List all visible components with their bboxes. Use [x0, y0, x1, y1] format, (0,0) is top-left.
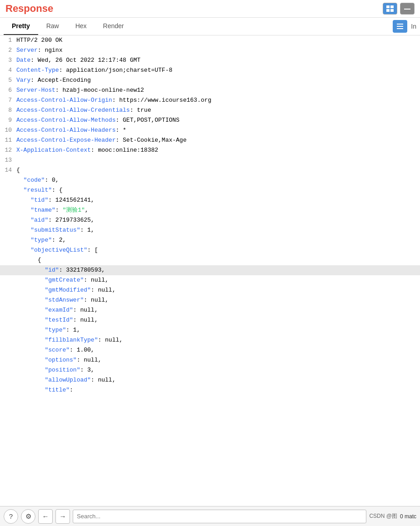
forward-button[interactable]: →	[55, 509, 70, 524]
code-line: 13	[0, 155, 420, 165]
line-content: "fillblankType": null,	[16, 335, 420, 345]
line-number: 5	[0, 75, 16, 85]
line-content: "id": 3321780593,	[16, 265, 420, 275]
code-line: "objectiveQList": [	[0, 245, 420, 255]
bottom-info: CSDN @图	[369, 512, 397, 520]
code-line: 12X-Application-Context: mooc:online:183…	[0, 145, 420, 155]
code-line: "stdAnswer": null,	[0, 295, 420, 305]
code-line: "gmtCreate": null,	[0, 275, 420, 285]
svg-rect-1	[390, 5, 394, 8]
line-content: HTTP/2 200 OK	[16, 35, 420, 45]
svg-rect-0	[386, 5, 390, 8]
tabs-bar: Pretty Raw Hex Render In	[0, 18, 420, 35]
code-line: "score": 1.00,	[0, 345, 420, 355]
line-content: "examId": null,	[16, 305, 420, 315]
line-number: 12	[0, 145, 16, 155]
line-number: 13	[0, 155, 16, 165]
bottom-toolbar: ? ⚙ ← → CSDN @图 0 matc	[0, 506, 420, 526]
format-icon-btn[interactable]	[393, 20, 407, 33]
settings-button[interactable]: ⚙	[21, 509, 35, 524]
line-content: Access-Control-Expose-Header: Set-Cookie…	[16, 135, 420, 145]
line-content: "objectiveQList": [	[16, 245, 420, 255]
line-content: "aid": 2719733625,	[16, 215, 420, 225]
code-line: "submitStatus": 1,	[0, 225, 420, 235]
line-content: "allowUpload": null,	[16, 375, 420, 385]
line-content: "type": 2,	[16, 235, 420, 245]
settings-icon: ⚙	[25, 512, 31, 521]
line-content: "tid": 1241562141,	[16, 195, 420, 205]
code-line: 3Date: Wed, 26 Oct 2022 12:17:48 GMT	[0, 55, 420, 65]
tab-render[interactable]: Render	[95, 18, 132, 35]
top-buttons	[383, 3, 415, 15]
line-number: 7	[0, 95, 16, 105]
code-line: 7Access-Control-Allow-Origin: https://ww…	[0, 95, 420, 105]
code-line: "type": 1,	[0, 325, 420, 335]
help-icon: ?	[9, 512, 13, 520]
code-line: "type": 2,	[0, 235, 420, 245]
code-line: "tid": 1241562141,	[0, 195, 420, 205]
code-line: "aid": 2719733625,	[0, 215, 420, 225]
top-bar: Response	[0, 0, 420, 18]
code-line: "allowUpload": null,	[0, 375, 420, 385]
svg-rect-2	[386, 9, 390, 12]
line-content: Access-Control-Allow-Headers: *	[16, 125, 420, 135]
line-number: 6	[0, 85, 16, 95]
svg-rect-6	[397, 26, 403, 27]
line-number: 3	[0, 55, 16, 65]
line-content: "position": 3,	[16, 365, 420, 375]
code-line: 6Server-Host: hzabj-mooc-online-new12	[0, 85, 420, 95]
code-line: "title":	[0, 385, 420, 395]
line-content: "testId": null,	[16, 315, 420, 325]
line-content: X-Application-Context: mooc:online:18382	[16, 145, 420, 155]
code-line: 9Access-Control-Allow-Methods: GET,POST,…	[0, 115, 420, 125]
line-content: {	[16, 165, 420, 175]
match-badge: 0 matc	[400, 513, 416, 520]
line-content: "tname": "测验1",	[16, 205, 420, 215]
code-line: 2Server: nginx	[0, 45, 420, 55]
line-number: 1	[0, 35, 16, 45]
line-content: "stdAnswer": null,	[16, 295, 420, 305]
line-content: "type": 1,	[16, 325, 420, 335]
line-content: {	[16, 255, 420, 265]
top-btn-2[interactable]	[400, 3, 415, 15]
line-content: "submitStatus": 1,	[16, 225, 420, 235]
line-content: Server: nginx	[16, 45, 420, 55]
back-button[interactable]: ←	[38, 509, 53, 524]
code-line: "gmtModified": null,	[0, 285, 420, 295]
code-line: 8Access-Control-Allow-Credentials: true	[0, 105, 420, 115]
line-content: Date: Wed, 26 Oct 2022 12:17:48 GMT	[16, 55, 420, 65]
forward-icon: →	[60, 512, 66, 520]
code-line: 11Access-Control-Expose-Header: Set-Cook…	[0, 135, 420, 145]
search-input[interactable]	[73, 510, 366, 523]
code-line: "fillblankType": null,	[0, 335, 420, 345]
code-line: "tname": "测验1",	[0, 205, 420, 215]
line-number: 11	[0, 135, 16, 145]
tab-pretty[interactable]: Pretty	[4, 18, 38, 35]
code-line: "result": {	[0, 185, 420, 195]
help-button[interactable]: ?	[4, 509, 18, 524]
code-line: "position": 3,	[0, 365, 420, 375]
code-line: 14{	[0, 165, 420, 175]
response-title: Response	[5, 3, 53, 15]
line-content: Access-Control-Allow-Credentials: true	[16, 105, 420, 115]
code-line: "code": 0,	[0, 175, 420, 185]
line-content: "gmtCreate": null,	[16, 275, 420, 285]
line-content: "score": 1.00,	[16, 345, 420, 355]
svg-rect-3	[390, 9, 394, 12]
code-line: "options": null,	[0, 355, 420, 365]
tab-hex[interactable]: Hex	[67, 18, 95, 35]
svg-rect-5	[397, 24, 403, 25]
line-content: Access-Control-Allow-Methods: GET,POST,O…	[16, 115, 420, 125]
line-content: "code": 0,	[16, 175, 420, 185]
line-content: "gmtModified": null,	[16, 285, 420, 295]
top-btn-1[interactable]	[383, 3, 397, 15]
line-number: 10	[0, 125, 16, 135]
line-content: "options": null,	[16, 355, 420, 365]
line-number: 8	[0, 105, 16, 115]
line-content: "result": {	[16, 185, 420, 195]
tab-icon-area: In	[393, 20, 416, 33]
code-line: 10Access-Control-Allow-Headers: *	[0, 125, 420, 135]
line-number: 9	[0, 115, 16, 125]
tab-raw[interactable]: Raw	[38, 18, 67, 35]
line-number: 14	[0, 165, 16, 175]
